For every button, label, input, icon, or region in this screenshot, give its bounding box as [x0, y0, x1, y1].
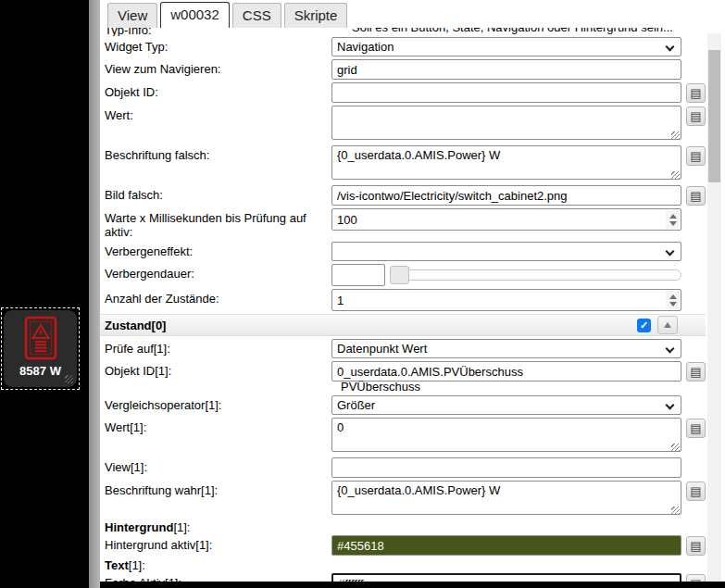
zustand-section-title: Zustand[0] — [105, 319, 166, 332]
number-spinner[interactable] — [666, 210, 680, 229]
panel-scrollbar[interactable] — [707, 33, 721, 582]
vergleichsoperator-value: Größer — [337, 398, 375, 412]
object-list-icon: ▤ — [690, 150, 701, 162]
wert-textarea[interactable] — [331, 106, 681, 140]
warte-ms-input[interactable] — [331, 208, 681, 231]
widget-tile[interactable]: 8587 W — [4, 310, 77, 387]
row-typ-info: Typ-Info: Soll es ein Button, State, Nav… — [105, 28, 706, 36]
row-vergleichsoperator-1: Vergleichsoperator[1]: Größer — [105, 395, 706, 415]
bild-falsch-label: Bild falsch: — [105, 185, 331, 202]
row-bild-falsch: Bild falsch: ▤ — [105, 185, 706, 206]
textarea-resize-icon[interactable] — [671, 131, 680, 140]
spin-down-icon[interactable] — [669, 221, 677, 226]
hintergrund-aktiv-input[interactable] — [331, 535, 681, 556]
textarea-resize-icon[interactable] — [671, 444, 680, 452]
collapse-section-button[interactable] — [657, 316, 678, 334]
hintergrund-header-rest: [1]: — [173, 520, 190, 534]
select-image-button[interactable]: ▤ — [686, 186, 706, 206]
select-object-id-button[interactable]: ▤ — [686, 83, 706, 103]
slider-track[interactable] — [403, 269, 681, 281]
select-object-id-button[interactable]: ▤ — [686, 146, 706, 166]
select-object-id-button[interactable]: ▤ — [686, 106, 706, 126]
object-list-icon: ▤ — [690, 540, 701, 552]
bild-falsch-input[interactable] — [331, 185, 681, 206]
pruefe-auf-select[interactable]: Datenpunkt Wert — [331, 339, 681, 358]
objekt-id-input[interactable] — [331, 82, 681, 103]
wert-1-textarea[interactable] — [331, 418, 681, 452]
object-list-icon: ▤ — [690, 190, 701, 202]
row-warte-ms: Warte x Millisekunden bis Prüfung auf ak… — [105, 208, 706, 239]
typ-info-label: Typ-Info: — [105, 28, 331, 36]
chevron-down-icon — [666, 247, 675, 256]
row-wert-1: Wert[1]: ▤ — [105, 418, 706, 455]
widget-typ-label: Widget Typ: — [105, 37, 331, 54]
beschriftung-wahr-label: Beschriftung wahr[1]: — [105, 481, 331, 497]
tab-css[interactable]: CSS — [232, 3, 281, 28]
objekt-id-1-label: Objekt ID[1]: — [105, 361, 331, 378]
spin-up-icon[interactable] — [669, 214, 677, 219]
row-widget-typ: Widget Typ: Navigation — [105, 37, 706, 56]
slider-handle[interactable] — [390, 266, 409, 284]
view-1-label: View[1]: — [105, 457, 331, 474]
spin-up-icon[interactable] — [669, 294, 677, 299]
color-picker-button[interactable]: ▤ — [686, 574, 706, 582]
object-list-icon: ▤ — [690, 366, 701, 378]
object-list-icon: ▤ — [690, 110, 701, 122]
farbe-aktiv-input[interactable] — [331, 573, 681, 582]
vergleichsoperator-select[interactable]: Größer — [331, 395, 681, 415]
tab-view[interactable]: View — [107, 3, 157, 28]
text-header-bold: Text — [105, 558, 129, 572]
widget-resize-handle[interactable] — [65, 375, 73, 383]
row-beschriftung-wahr-1: Beschriftung wahr[1]: ▤ — [105, 481, 706, 518]
typ-info-text: Soll es ein Button, State, Navigation od… — [331, 28, 673, 36]
scrollbar-thumb[interactable] — [708, 50, 720, 182]
anzahl-zustaende-label: Anzahl der Zustände: — [105, 289, 331, 306]
select-object-id-button[interactable]: ▤ — [686, 362, 706, 382]
switch-cabinet-icon — [23, 316, 58, 362]
verbergendauer-slider[interactable] — [390, 264, 681, 286]
color-picker-button[interactable]: ▤ — [686, 536, 706, 556]
widget-attributes-panel: View w00032 CSS Skripte Typ-Info: Soll e… — [100, 0, 707, 582]
section-zustand-0: Zustand[0] ✓ — [100, 314, 706, 336]
number-spinner[interactable] — [666, 291, 680, 309]
select-object-id-button[interactable]: ▤ — [686, 482, 706, 501]
warte-ms-label: Warte x Millisekunden bis Prüfung auf ak… — [105, 208, 331, 239]
row-beschriftung-falsch: Beschriftung falsch: ▤ — [105, 145, 706, 182]
tab-bar: View w00032 CSS Skripte — [100, 0, 707, 28]
row-wert: Wert: ▤ — [105, 106, 706, 143]
verbergeneffekt-select[interactable] — [331, 242, 681, 261]
row-hintergrund-header: Hintergrund[1]: — [105, 520, 706, 534]
beschriftung-falsch-label: Beschriftung falsch: — [105, 145, 331, 162]
objekt-id-1-input[interactable] — [331, 361, 681, 382]
zustand-enabled-checkbox[interactable]: ✓ — [637, 319, 651, 332]
collapse-up-icon — [664, 322, 671, 328]
beschriftung-falsch-textarea[interactable] — [331, 145, 681, 180]
vergleichsoperator-label: Vergleichsoperator[1]: — [105, 395, 331, 412]
widget-typ-select[interactable]: Navigation — [331, 37, 681, 56]
widget-selection-box[interactable]: 8587 W — [1, 307, 80, 390]
verbergendauer-input[interactable] — [331, 264, 385, 286]
select-object-id-button[interactable]: ▤ — [686, 419, 706, 438]
chevron-down-icon — [666, 344, 675, 354]
beschriftung-wahr-textarea[interactable] — [331, 481, 681, 515]
tab-w00032[interactable]: w00032 — [160, 2, 230, 28]
view-background-bottom — [0, 582, 725, 588]
textarea-resize-icon[interactable] — [671, 507, 680, 515]
object-list-icon: ▤ — [690, 578, 701, 582]
wert-1-label: Wert[1]: — [105, 418, 331, 434]
row-view-1: View[1]: — [105, 457, 706, 478]
objekt-id-1-helper-text: PVÜberschuss — [336, 381, 706, 394]
view-1-input[interactable] — [331, 457, 681, 478]
hintergrund-aktiv-label: Hintergrund aktiv[1]: — [105, 535, 331, 552]
row-text-header: Text[1]: — [105, 558, 706, 572]
verbergendauer-label: Verbergendauer: — [105, 264, 331, 281]
row-farbe-aktiv-1: Farbe Aktiv[1]: ▤ — [105, 573, 706, 582]
pruefe-auf-value: Datenpunkt Wert — [337, 342, 427, 356]
tab-skripte[interactable]: Skripte — [284, 3, 348, 28]
panel-splitter[interactable] — [89, 0, 100, 588]
view-navigieren-input[interactable] — [331, 59, 681, 80]
spin-down-icon[interactable] — [669, 302, 677, 307]
row-verbergendauer: Verbergendauer: — [105, 264, 706, 286]
anzahl-zustaende-input[interactable] — [331, 289, 681, 311]
textarea-resize-icon[interactable] — [671, 171, 680, 180]
